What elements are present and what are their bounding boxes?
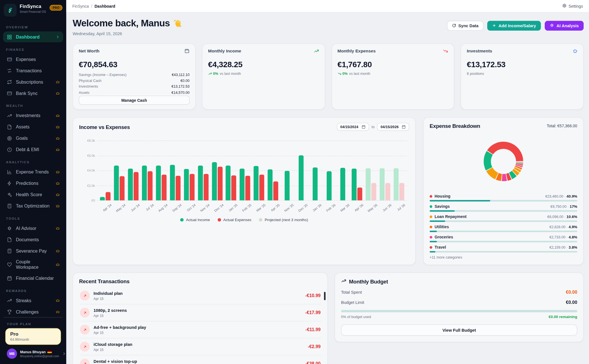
scrollbar-thumb[interactable] <box>324 292 326 300</box>
breakdown-row-housing: Housing€23,460.00 · 40.9% <box>430 194 577 202</box>
category-label: Travel <box>435 245 446 249</box>
sidebar-item-predictions[interactable]: Predictions <box>3 178 63 189</box>
transaction-row[interactable]: Dental + vision top-upApr 12-€38.00 <box>79 355 321 364</box>
sidebar-item-ai-advisor[interactable]: AI Advisor <box>3 223 63 234</box>
x-axis-label: Feb '26 <box>322 200 335 217</box>
income-bar <box>254 166 259 200</box>
breakdown-row-loan-repayment: Loan Repayment€6,096.00 · 10.6% <box>430 214 577 222</box>
expense-total: Total: €57,366.00 <box>547 124 577 128</box>
alert-icon <box>7 147 12 153</box>
plan-heading: YOUR PLAN <box>5 321 62 328</box>
x-axis-label: May '26 <box>364 200 377 217</box>
recent-transactions-title: Recent Transactions <box>79 278 321 284</box>
monthly-budget-panel: Monthly Budget Total Spent €0.00 Budget … <box>335 272 584 342</box>
transaction-date: Apr 15 <box>93 297 123 300</box>
date-to-input[interactable]: 04/15/2026 <box>377 123 409 131</box>
waving-hand-icon <box>173 19 182 28</box>
sidebar-item-expense-trends[interactable]: Expense Trends <box>3 166 63 177</box>
plan-card: Pro €4.99/month <box>5 328 61 345</box>
ai-analysis-button[interactable]: AI Analysis <box>545 21 584 31</box>
sidebar-item-severance-pay[interactable]: Severance Pay <box>3 245 63 256</box>
breakdown-row-savings: Savings€9,750.00 · 17% <box>430 204 577 212</box>
crown-icon <box>56 181 60 185</box>
trendDown-icon <box>443 48 448 54</box>
crown-icon <box>56 298 60 302</box>
crown-icon <box>56 226 60 230</box>
breadcrumb-root[interactable]: FinSynca <box>72 4 89 8</box>
sync-data-button[interactable]: Sync Data <box>447 21 483 31</box>
monthly-budget-title: Monthly Budget <box>341 278 577 285</box>
y-axis-tick: €0 <box>80 198 95 202</box>
sidebar-item-tax-optimization[interactable]: Tax Optimization <box>3 200 63 211</box>
donut-slice <box>518 167 519 168</box>
income-vs-expenses-panel: Income vs Expenses 04/15/2024 to 04/15/2… <box>73 117 416 265</box>
legend-actual-income: Actual Income <box>180 218 210 222</box>
sidebar-item-investments[interactable]: Investments <box>3 110 63 121</box>
x-axis-label: Jan '26 <box>309 200 321 217</box>
sidebar-item-subscriptions[interactable]: Subscriptions <box>3 76 63 87</box>
sidebar-item-transactions[interactable]: Transactions <box>3 65 63 76</box>
budget-used-label: 0% of budget used <box>341 315 371 319</box>
sidebar-item-documents[interactable]: Documents <box>3 234 63 245</box>
manage-cash-button[interactable]: Manage Cash <box>79 96 189 105</box>
net-worth-row: Investments€13,172.53 <box>79 84 189 90</box>
gear-icon <box>562 3 567 9</box>
income-bar <box>240 169 245 200</box>
file-icon <box>7 236 12 242</box>
recent-transactions-panel: Recent Transactions Individual planApr 1… <box>73 272 328 364</box>
net-worth-row: Assets€14,570.00 <box>79 89 189 95</box>
arrows-icon <box>7 67 12 73</box>
bar-group-apr-26 <box>351 168 363 200</box>
crown-icon <box>56 262 60 266</box>
transaction-row[interactable]: Ad-free + background playApr 15-€11.99 <box>79 321 321 338</box>
sidebar-item-dashboard[interactable]: Dashboard <box>3 31 63 43</box>
transaction-row[interactable]: 1080p, 2 screensApr 15-€17.99 <box>79 304 321 321</box>
sidebar-item-assets[interactable]: Assets <box>3 121 63 132</box>
stat-subtext: 8 positions <box>467 71 578 76</box>
sidebar-item-bank-sync[interactable]: Bank Sync <box>3 88 63 99</box>
income-bar <box>299 155 303 200</box>
expense-bar <box>357 188 362 200</box>
sidebar-item-couple-workspace[interactable]: Couple Workspace <box>3 257 63 272</box>
x-axis-label: Apr '26 <box>351 200 363 217</box>
date-from-input[interactable]: 04/15/2024 <box>337 123 369 131</box>
category-value: €23,460.00 · 40.9% <box>545 194 577 198</box>
donut-slice-savings <box>487 153 490 169</box>
x-axis-label: Jul '26 <box>392 200 405 217</box>
sidebar-item-expenses[interactable]: Expenses <box>3 54 63 65</box>
view-full-budget-button[interactable]: View Full Budget <box>341 324 577 336</box>
category-dot <box>430 246 432 248</box>
bar-group-may-26 <box>364 168 377 200</box>
stat-title: Monthly Income <box>208 49 241 53</box>
y-axis-tick: €6.0k <box>80 154 95 157</box>
sidebar-item-challenges[interactable]: Challenges <box>3 306 63 317</box>
budget-progress-bar <box>341 310 577 312</box>
transaction-row[interactable]: iCloud storage planApr 15-€2.99 <box>79 338 321 355</box>
stat-delta: 0%vs last month <box>208 71 319 76</box>
bar-group-nov-24 <box>197 166 209 200</box>
x-axis-label: Mar '25 <box>253 200 265 217</box>
transaction-row[interactable]: Individual planApr 15-€10.99 <box>79 287 321 304</box>
sidebar-item-debt-emi[interactable]: Debt & EMI <box>3 144 63 155</box>
bar-group-may-24 <box>113 166 125 200</box>
settings-label: Settings <box>569 4 583 8</box>
expense-bar <box>162 175 166 200</box>
stat-delta: 0%vs last month <box>338 71 448 76</box>
sidebar-item-financial-calendar[interactable]: Financial Calendar <box>3 272 63 283</box>
chevron-right-icon <box>62 352 66 356</box>
x-axis-label: Jun '24 <box>127 200 140 217</box>
sidebar-item-goals[interactable]: Goals <box>3 133 63 144</box>
stat-title: Investments <box>467 49 492 53</box>
sidebar-item-health-score[interactable]: Health Score <box>3 189 63 200</box>
user-menu[interactable]: MB Manus Bhuyan bhuyanmj.online@gmail.co… <box>5 345 62 362</box>
sidebar-item-streaks[interactable]: Streaks <box>3 295 63 306</box>
dashboard-content: Welcome back, Manus Wednesday, April 15,… <box>66 12 589 364</box>
category-value: €2,733.00 · 4.8% <box>550 235 577 239</box>
category-label: Groceries <box>435 235 453 239</box>
legend-actual-expenses: Actual Expenses <box>217 218 251 222</box>
breadcrumb-separator: / <box>91 4 92 8</box>
transaction-amount: -€11.99 <box>305 327 320 333</box>
category-value: €6,096.00 · 10.6% <box>547 215 577 219</box>
settings-button[interactable]: Settings <box>562 3 583 9</box>
add-income-button[interactable]: Add Income/Salary <box>487 21 541 31</box>
